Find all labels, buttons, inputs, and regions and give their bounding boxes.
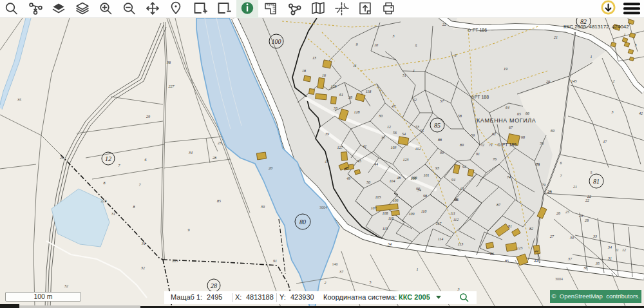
svg-text:47: 47 xyxy=(392,104,396,108)
svg-text:223: 223 xyxy=(101,199,107,203)
svg-text:12: 12 xyxy=(105,155,111,162)
svg-text:71: 71 xyxy=(489,143,493,147)
svg-text:31: 31 xyxy=(141,242,146,245)
svg-text:127: 127 xyxy=(337,146,344,149)
svg-text:99: 99 xyxy=(416,187,420,191)
svg-text:56: 56 xyxy=(393,131,397,135)
svg-text:42: 42 xyxy=(363,144,366,148)
svg-text:39: 39 xyxy=(260,205,265,209)
svg-text:87: 87 xyxy=(497,203,501,207)
svg-text:30: 30 xyxy=(378,114,383,118)
svg-text:68: 68 xyxy=(521,135,525,139)
svg-text:105: 105 xyxy=(375,195,381,199)
svg-text:32: 32 xyxy=(64,284,68,288)
svg-text:34: 34 xyxy=(387,242,392,246)
svg-text:29: 29 xyxy=(579,214,583,218)
svg-text:10: 10 xyxy=(374,43,378,47)
svg-text:37: 37 xyxy=(381,136,386,140)
svg-text:47: 47 xyxy=(603,140,607,144)
svg-text:5: 5 xyxy=(591,171,592,175)
svg-text:12: 12 xyxy=(387,125,391,129)
svg-text:125: 125 xyxy=(517,246,523,250)
svg-text:34: 34 xyxy=(188,151,193,155)
svg-text:34: 34 xyxy=(607,245,612,249)
svg-text:67: 67 xyxy=(509,126,513,130)
svg-text:9: 9 xyxy=(188,228,190,232)
svg-text:1: 1 xyxy=(624,33,626,37)
svg-text:45: 45 xyxy=(357,159,361,163)
svg-text:2: 2 xyxy=(325,281,327,285)
svg-text:113: 113 xyxy=(458,242,464,246)
svg-text:24: 24 xyxy=(547,189,551,193)
svg-text:6: 6 xyxy=(455,53,457,57)
svg-text:102: 102 xyxy=(415,147,421,151)
svg-text:106: 106 xyxy=(393,198,399,202)
svg-text:33: 33 xyxy=(592,235,597,238)
svg-text:30: 30 xyxy=(569,236,574,240)
svg-text:61: 61 xyxy=(339,93,343,97)
svg-text:140: 140 xyxy=(332,262,338,266)
svg-text:128: 128 xyxy=(354,110,360,114)
svg-text:103: 103 xyxy=(391,146,397,149)
svg-text:44: 44 xyxy=(374,162,378,166)
svg-text:37: 37 xyxy=(339,270,344,274)
svg-text:57: 57 xyxy=(440,99,444,103)
svg-text:5: 5 xyxy=(415,44,417,48)
svg-text:72: 72 xyxy=(480,143,484,147)
svg-text:90: 90 xyxy=(440,151,444,155)
svg-text:28: 28 xyxy=(211,282,217,289)
svg-text:42: 42 xyxy=(639,111,643,115)
svg-text:48: 48 xyxy=(397,176,401,180)
svg-text:20: 20 xyxy=(60,156,64,160)
svg-text:20: 20 xyxy=(546,80,550,84)
svg-text:88: 88 xyxy=(438,138,442,142)
svg-text:59: 59 xyxy=(471,133,475,137)
svg-text:11: 11 xyxy=(615,248,619,252)
svg-text:21: 21 xyxy=(573,185,577,189)
svg-text:ККС 2005: 4813172, 424042: ККС 2005: 4813172, 424042 xyxy=(564,24,629,30)
svg-text:3004: 3004 xyxy=(319,206,327,209)
svg-text:21: 21 xyxy=(554,35,558,39)
svg-text:16: 16 xyxy=(322,73,326,77)
svg-text:⊙РТ 188: ⊙РТ 188 xyxy=(471,95,489,99)
svg-text:3: 3 xyxy=(392,34,395,38)
svg-text:96: 96 xyxy=(454,198,458,202)
svg-text:114: 114 xyxy=(438,237,444,241)
svg-text:85: 85 xyxy=(217,199,221,203)
svg-text:107: 107 xyxy=(371,206,377,210)
svg-text:11: 11 xyxy=(353,64,357,68)
svg-text:110: 110 xyxy=(421,209,427,213)
svg-text:47: 47 xyxy=(325,160,329,164)
svg-text:1: 1 xyxy=(591,55,592,59)
svg-text:38: 38 xyxy=(166,61,171,64)
svg-text:86: 86 xyxy=(490,252,494,256)
svg-text:118: 118 xyxy=(366,90,372,93)
svg-text:48: 48 xyxy=(345,166,348,170)
svg-text:55: 55 xyxy=(420,129,424,133)
svg-text:109: 109 xyxy=(409,212,415,216)
svg-text:26: 26 xyxy=(556,211,560,215)
svg-text:58: 58 xyxy=(458,114,462,118)
svg-text:100: 100 xyxy=(412,176,417,180)
svg-text:85: 85 xyxy=(434,122,440,129)
svg-text:31: 31 xyxy=(111,212,115,216)
svg-text:79: 79 xyxy=(542,183,545,187)
svg-text:33: 33 xyxy=(333,106,337,110)
svg-text:50: 50 xyxy=(366,180,370,184)
svg-text:65: 65 xyxy=(517,112,521,116)
svg-text:3004: 3004 xyxy=(555,277,563,281)
svg-text:227: 227 xyxy=(169,84,175,88)
svg-text:⊙ РТ 186: ⊙ РТ 186 xyxy=(468,28,487,32)
svg-text:93: 93 xyxy=(435,166,439,170)
svg-text:104: 104 xyxy=(390,179,395,183)
svg-text:82: 82 xyxy=(529,227,533,231)
svg-text:22: 22 xyxy=(585,198,589,202)
svg-text:49: 49 xyxy=(346,177,350,180)
svg-text:2: 2 xyxy=(613,79,615,83)
svg-text:4: 4 xyxy=(413,69,415,73)
svg-text:108: 108 xyxy=(383,211,388,215)
svg-text:8: 8 xyxy=(104,181,106,185)
svg-text:23: 23 xyxy=(218,141,222,145)
svg-text:81: 81 xyxy=(593,178,600,185)
svg-text:91: 91 xyxy=(476,152,480,156)
